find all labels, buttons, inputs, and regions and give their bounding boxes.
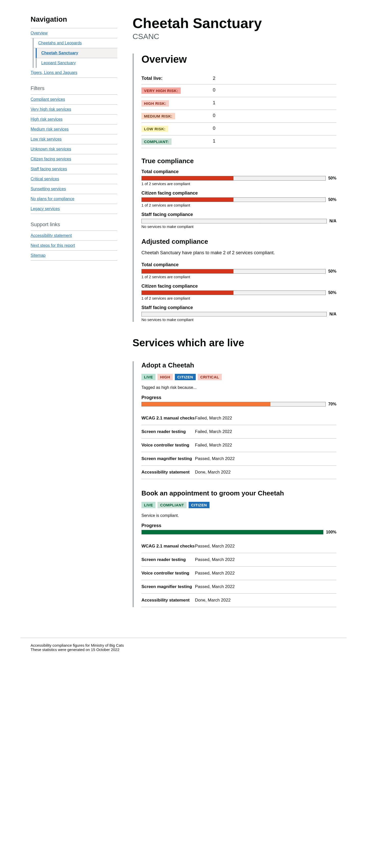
link-cheetahs-leopards[interactable]: Cheetahs and Leopards — [38, 41, 82, 45]
progress-fill — [142, 176, 233, 180]
services-list: Adopt a CheetahLiveHighCitizenCriticalTa… — [141, 361, 336, 607]
filter-link[interactable]: No plans for compliance — [31, 196, 74, 201]
summary-key: Very high risk: — [141, 88, 213, 94]
checks-value: Done, March 2022 — [195, 598, 336, 603]
progress-bar — [141, 219, 327, 223]
support-link[interactable]: Sitemap — [31, 253, 45, 257]
progress-label: 100% — [326, 530, 336, 534]
checks-row: Accessibility statementDone, March 2022 — [141, 594, 336, 607]
progress-block: Total compliance50%1 of 2 services are c… — [141, 169, 336, 186]
tag-row: LiveHighCitizenCritical — [141, 374, 336, 380]
true-compliance-heading: True compliance — [141, 157, 336, 165]
nav-overview-link[interactable]: Overview — [31, 31, 48, 35]
checks-value: Passed, March 2022 — [195, 571, 336, 576]
summary-key: Total live: — [141, 76, 213, 81]
checks-row: Screen reader testingPassed, March 2022 — [141, 553, 336, 567]
filter-link[interactable]: Citizen facing services — [31, 157, 71, 161]
progress-caption: 1 of 2 services are compliant — [141, 275, 336, 279]
filter-link[interactable]: Medium risk services — [31, 127, 69, 131]
services-heading: Services which are live — [133, 337, 336, 348]
link-cheetah-sanctuary[interactable]: Cheetah Sanctuary — [41, 51, 78, 55]
overview-section: Overview Total live:2Very high risk:0Hig… — [133, 54, 336, 322]
checks-value: Passed, March 2022 — [195, 557, 336, 562]
risk-tag: Low risk: — [141, 126, 168, 132]
filter-row: Legacy services — [31, 204, 117, 214]
summary-row: Very high risk:0 — [141, 84, 336, 97]
service-title: Adopt a Cheetah — [141, 361, 336, 369]
filter-link[interactable]: Sunsetting services — [31, 187, 66, 191]
service-block: Adopt a CheetahLiveHighCitizenCriticalTa… — [141, 361, 336, 479]
filter-link[interactable]: High risk services — [31, 117, 62, 121]
checks-key: Screen magnifier testing — [141, 456, 195, 461]
summary-value: 0 — [213, 113, 336, 119]
progress-bar — [141, 530, 324, 534]
summary-row: High risk:1 — [141, 97, 336, 110]
service-tag: Citizen — [175, 374, 196, 380]
progress-block: Staff facing complianceN/ANo services to… — [141, 212, 336, 229]
filter-link[interactable]: Critical services — [31, 177, 59, 181]
checks-key: Screen reader testing — [141, 429, 195, 434]
risk-tag: Very high risk: — [141, 88, 181, 94]
checks-value: Done, March 2022 — [195, 470, 336, 475]
filter-link[interactable]: Legacy services — [31, 207, 60, 211]
nav-title: Navigation — [31, 15, 117, 24]
service-title: Book an appointment to groom your Cheeta… — [141, 489, 336, 497]
checks-value: Failed, March 2022 — [195, 416, 336, 421]
progress-block: Total compliance50%1 of 2 services are c… — [141, 262, 336, 279]
support-link[interactable]: Accessibility statement — [31, 233, 72, 238]
checks-key: Voice controller testing — [141, 571, 195, 576]
link-tigers[interactable]: Tigers, Lions and Jaguars — [31, 70, 77, 75]
progress-row: N/A — [141, 312, 336, 316]
true-compliance-blocks: Total compliance50%1 of 2 services are c… — [141, 169, 336, 229]
filter-link[interactable]: Staff facing services — [31, 167, 67, 171]
footer-line1: Accessibility compliance figures for Min… — [31, 643, 336, 647]
checks-row: Screen reader testingFailed, March 2022 — [141, 425, 336, 439]
adj-compliance-blocks: Total compliance50%1 of 2 services are c… — [141, 262, 336, 322]
filter-row: Very high risk services — [31, 104, 117, 115]
checks-row: WCAG 2.1 manual checksPassed, March 2022 — [141, 539, 336, 553]
checks-value: Passed, March 2022 — [195, 584, 336, 589]
filter-row: High risk services — [31, 115, 117, 124]
page-subtitle: CSANC — [133, 32, 336, 41]
progress-bar — [141, 176, 326, 181]
progress-title: Citizen facing compliance — [141, 284, 336, 289]
progress-row: N/A — [141, 219, 336, 223]
checks-key: Screen magnifier testing — [141, 584, 195, 589]
support-row: Sitemap — [31, 251, 117, 260]
support-link[interactable]: Next steps for this report — [31, 243, 75, 248]
tag-row: LiveCompliantCitizen — [141, 502, 336, 508]
filters-list: Compliant servicesVery high risk service… — [31, 95, 117, 214]
progress-caption: 1 of 2 services are compliant — [141, 296, 336, 300]
progress-row: 50% — [141, 197, 336, 202]
adj-compliance-heading: Adjusted compliance — [141, 238, 336, 246]
footer-line2: These statistics were generated on 15 Oc… — [31, 647, 336, 652]
support-list: Accessibility statementNext steps for th… — [31, 231, 117, 260]
filter-row: Low risk services — [31, 134, 117, 144]
progress-row: 100% — [141, 530, 336, 534]
service-tag: Citizen — [189, 502, 209, 508]
filter-link[interactable]: Low risk services — [31, 137, 62, 141]
progress-row: 50% — [141, 176, 336, 181]
progress-bar — [141, 312, 327, 316]
filter-row: No plans for compliance — [31, 194, 117, 204]
checks-value: Passed, March 2022 — [195, 456, 336, 461]
progress-caption: 1 of 2 services are compliant — [141, 203, 336, 207]
summary-value: 1 — [213, 100, 336, 106]
summary-rows: Total live:2Very high risk:0High risk:1M… — [141, 73, 336, 148]
progress-title: Total compliance — [141, 262, 336, 268]
filter-link[interactable]: Very high risk services — [31, 107, 71, 112]
support-row: Next steps for this report — [31, 241, 117, 251]
service-tag: Compliant — [158, 502, 187, 508]
filter-link[interactable]: Unknown risk services — [31, 147, 71, 151]
summary-row: Compliant:1 — [141, 135, 336, 148]
filter-link[interactable]: Compliant services — [31, 97, 65, 101]
checks-row: Accessibility statementDone, March 2022 — [141, 466, 336, 479]
service-tag: Critical — [198, 374, 222, 380]
progress-title: Progress — [141, 395, 336, 400]
filter-row: Unknown risk services — [31, 144, 117, 154]
progress-row: 50% — [141, 290, 336, 295]
link-leopard-sanctuary[interactable]: Leopard Sanctuary — [41, 61, 76, 65]
checks-key: Accessibility statement — [141, 470, 195, 475]
checks-key: Accessibility statement — [141, 598, 195, 603]
summary-key: High risk: — [141, 100, 213, 106]
